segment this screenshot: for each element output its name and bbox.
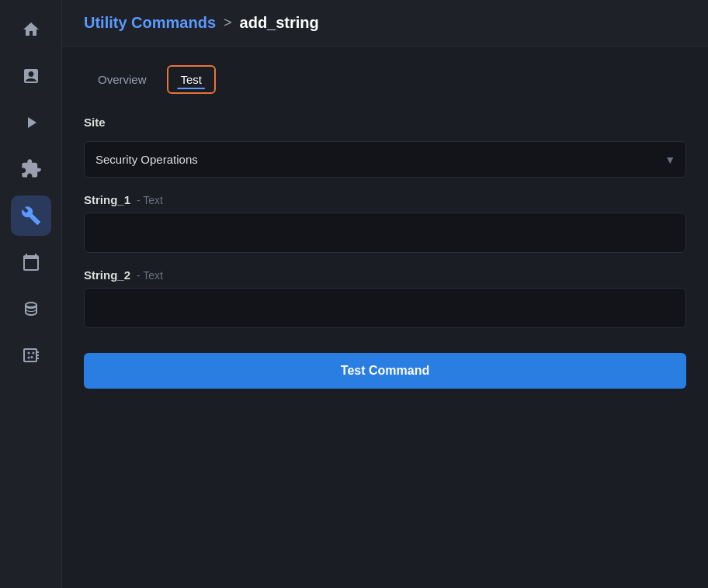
svg-point-0 xyxy=(27,352,30,355)
site-dropdown[interactable]: Security Operations xyxy=(84,141,686,178)
database-icon xyxy=(22,299,40,318)
sidebar-item-integrations[interactable] xyxy=(11,149,51,189)
playbook-icon xyxy=(22,113,40,132)
site-field-group: Site Security Operations ▼ xyxy=(84,116,686,178)
string2-label: String_2 - Text xyxy=(84,268,686,282)
main-content: Utility Commands > add_string Overview T… xyxy=(62,0,708,588)
header: Utility Commands > add_string xyxy=(62,0,708,47)
content-area: Overview Test Site Security Operations ▼ xyxy=(62,47,708,588)
calendar-icon xyxy=(22,253,40,272)
breadcrumb-current: add_string xyxy=(240,14,319,32)
schedule-icon xyxy=(22,67,40,85)
string2-type: - Text xyxy=(137,269,163,282)
test-command-button[interactable]: Test Command xyxy=(84,353,686,389)
breadcrumb: Utility Commands > add_string xyxy=(84,14,319,32)
tab-overview[interactable]: Overview xyxy=(84,65,161,94)
string1-field-group: String_1 - Text xyxy=(84,193,686,253)
string2-input[interactable] xyxy=(84,288,686,328)
tab-test[interactable]: Test xyxy=(167,65,217,94)
graph-icon xyxy=(22,346,40,365)
home-icon xyxy=(22,20,40,39)
site-dropdown-container: Security Operations ▼ xyxy=(84,141,686,178)
breadcrumb-parent: Utility Commands xyxy=(84,14,216,32)
string2-field-group: String_2 - Text xyxy=(84,268,686,328)
breadcrumb-chevron: > xyxy=(224,15,232,31)
sidebar-item-playbook[interactable] xyxy=(11,102,51,143)
utilities-icon xyxy=(21,206,41,226)
string1-label: String_1 - Text xyxy=(84,193,686,206)
sidebar-item-calendar[interactable] xyxy=(11,242,51,282)
svg-point-1 xyxy=(32,352,34,355)
form-section: Site Security Operations ▼ String_1 - Te… xyxy=(84,116,686,389)
sidebar-item-graph[interactable] xyxy=(11,335,51,375)
svg-point-2 xyxy=(27,357,30,359)
sidebar-item-database[interactable] xyxy=(11,289,51,329)
string1-input[interactable] xyxy=(84,213,686,253)
tabs-container: Overview Test xyxy=(84,65,686,94)
string1-type: - Text xyxy=(137,194,163,206)
sidebar-item-utilities[interactable] xyxy=(11,195,51,236)
site-label: Site xyxy=(84,116,686,129)
sidebar-item-home[interactable] xyxy=(11,9,51,50)
puzzle-icon xyxy=(20,158,42,180)
sidebar xyxy=(0,0,62,588)
sidebar-item-schedule[interactable] xyxy=(11,56,51,96)
